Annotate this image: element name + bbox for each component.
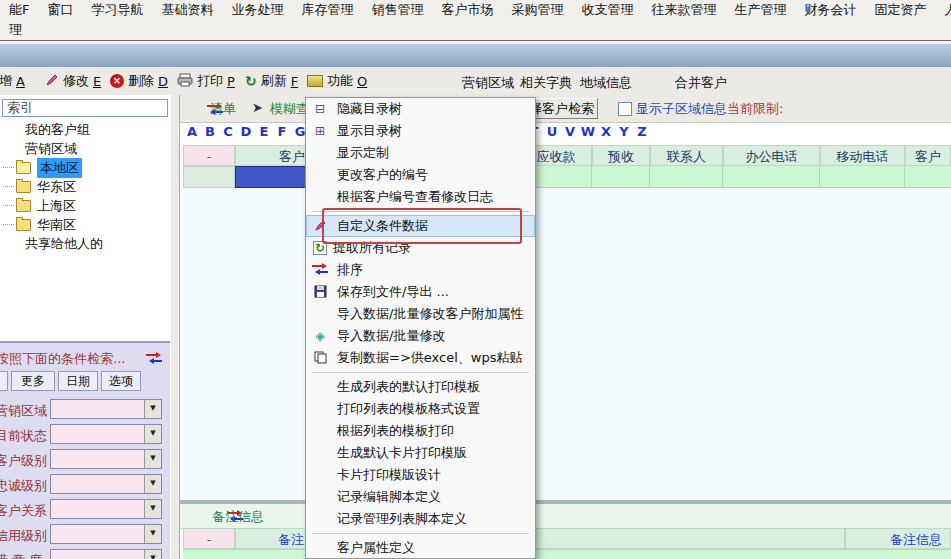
menubar-item[interactable]: 固定资产 bbox=[865, 0, 935, 20]
alphabet-letter[interactable]: X bbox=[597, 124, 615, 139]
menu-item-view-change-log[interactable]: 根据客户编号查看修改日志 bbox=[306, 186, 535, 208]
function-button[interactable]: 功能O bbox=[307, 70, 367, 92]
filter-combobox[interactable] bbox=[50, 524, 162, 544]
refresh-button[interactable]: ↻ 刷新F bbox=[245, 70, 298, 92]
delete-shortcut: D bbox=[158, 74, 168, 89]
alphabet-letter[interactable]: V bbox=[561, 124, 579, 139]
menu-item-hide-tree[interactable]: ⊟隐藏目录树 bbox=[306, 98, 535, 120]
alphabet-letter[interactable]: E bbox=[255, 124, 273, 139]
show-subregion-checkbox[interactable] bbox=[618, 102, 632, 116]
menu-item-print-by-template[interactable]: 根据列表的模板打印 bbox=[306, 420, 535, 442]
list-view-label[interactable]: 清单 bbox=[210, 100, 236, 118]
swap-arrows-icon[interactable] bbox=[146, 352, 162, 364]
menubar-item[interactable]: 基础资料 bbox=[152, 0, 222, 20]
notes-section-title: 备注信息 bbox=[212, 508, 264, 526]
alphabet-letter[interactable]: W bbox=[579, 124, 597, 139]
notes-data-row[interactable] bbox=[183, 549, 951, 559]
menubar-item[interactable]: 采购管理 bbox=[502, 0, 572, 20]
filter-combobox[interactable] bbox=[50, 474, 162, 494]
menu-item-card-template-design[interactable]: 卡片打印模版设计 bbox=[306, 464, 535, 486]
alphabet-letter[interactable]: D bbox=[237, 124, 255, 139]
grid-cell[interactable] bbox=[905, 166, 951, 188]
notes-header-minus[interactable]: - bbox=[183, 528, 235, 549]
tab-more[interactable]: 更多 bbox=[11, 371, 55, 391]
notes-header-info[interactable]: 备注信息 bbox=[845, 528, 951, 549]
alphabet-letter[interactable]: Z bbox=[633, 124, 651, 139]
filter-combobox[interactable] bbox=[50, 399, 162, 419]
grid-cell-rowmark[interactable] bbox=[183, 166, 235, 188]
tree-item-shared[interactable]: 共享给他人的 bbox=[0, 234, 170, 253]
menu-item-display-custom[interactable]: 显示定制 bbox=[306, 142, 535, 164]
toolbar-link-marketing-region[interactable]: 营销区域 bbox=[462, 74, 514, 92]
tree-item-shanghai-region[interactable]: 上海区 bbox=[0, 196, 170, 215]
menubar-item[interactable]: 能F bbox=[0, 0, 38, 20]
tab-partial[interactable] bbox=[0, 371, 8, 391]
menu-item-record-list-script[interactable]: 记录管理列表脚本定义 bbox=[306, 508, 535, 530]
filter-row: 目前状态 bbox=[0, 423, 170, 448]
add-button[interactable]: 新增A bbox=[0, 70, 25, 92]
menubar-item[interactable]: 学习导航 bbox=[82, 0, 152, 20]
filter-combobox[interactable] bbox=[50, 449, 162, 469]
grid-cell[interactable] bbox=[820, 166, 905, 188]
menubar-item[interactable]: 往来款管理 bbox=[642, 0, 725, 20]
tree-item-south-region[interactable]: 华南区 bbox=[0, 215, 170, 234]
tab-options[interactable]: 选项 bbox=[101, 371, 141, 391]
menubar-item[interactable]: 收支管理 bbox=[572, 0, 642, 20]
toolbar-link-merge-customer[interactable]: 合并客户 bbox=[675, 74, 727, 92]
menubar-item[interactable]: 销售管理 bbox=[362, 0, 432, 20]
tree-item-east-region[interactable]: 华东区 bbox=[0, 177, 170, 196]
menubar-item[interactable]: 客户市场 bbox=[432, 0, 502, 20]
menubar-item[interactable]: 人事资料 bbox=[935, 0, 951, 20]
grid-header-customer[interactable]: 客户 bbox=[905, 145, 951, 166]
toolbar-link-dictionary[interactable]: 相关字典 bbox=[520, 74, 572, 92]
menubar-item[interactable]: 理 bbox=[0, 20, 31, 40]
index-header[interactable]: 索引 bbox=[2, 99, 168, 117]
delete-button[interactable]: × 删除D bbox=[110, 70, 168, 92]
grid-cell[interactable] bbox=[650, 166, 723, 188]
filter-combobox[interactable] bbox=[50, 499, 162, 519]
filter-combobox[interactable] bbox=[50, 549, 162, 559]
menubar-item[interactable]: 业务处理 bbox=[222, 0, 292, 20]
menubar-item[interactable]: 财务会计 bbox=[795, 0, 865, 20]
grid-header-contact[interactable]: 联系人 bbox=[650, 145, 723, 166]
menu-item-change-customer-no[interactable]: 更改客户的编号 bbox=[306, 164, 535, 186]
menu-item-gen-default-print-template[interactable]: 生成列表的默认打印模板 bbox=[306, 376, 535, 398]
grid-header-prepaid[interactable]: 预收 bbox=[592, 145, 650, 166]
toolbar-link-region-info[interactable]: 地域信息 bbox=[580, 74, 632, 92]
menubar-item[interactable]: 窗口 bbox=[38, 0, 82, 20]
grid-header-office-phone[interactable]: 办公电话 bbox=[723, 145, 820, 166]
grid-empty-area[interactable] bbox=[180, 188, 951, 500]
grid-header-minus[interactable]: - bbox=[183, 145, 235, 166]
menu-item-customer-attr-define[interactable]: 客户属性定义 bbox=[306, 537, 535, 559]
menu-item-show-tree[interactable]: ⊞显示目录树 bbox=[306, 120, 535, 142]
grid-header-mobile-phone[interactable]: 移动电话 bbox=[820, 145, 905, 166]
menu-item-copy-data[interactable]: 复制数据=>供excel、wps粘贴 bbox=[306, 347, 535, 369]
panel-splitter[interactable] bbox=[170, 95, 180, 559]
menu-item-import-batch-edit[interactable]: ◈导入数据/批量修改 bbox=[306, 325, 535, 347]
copy-icon bbox=[309, 351, 331, 366]
menubar-item[interactable]: 生产管理 bbox=[725, 0, 795, 20]
alphabet-letter[interactable]: A bbox=[183, 124, 201, 139]
menu-item-gen-card-print-template[interactable]: 生成默认卡片打印模版 bbox=[306, 442, 535, 464]
edit-button[interactable]: 修改E bbox=[45, 70, 101, 92]
tree-item-my-groups[interactable]: 我的客户组 bbox=[0, 120, 170, 139]
tree-item-marketing-region[interactable]: 营销区域 bbox=[0, 139, 170, 158]
grid-cell[interactable] bbox=[723, 166, 820, 188]
show-subregion-label[interactable]: 显示子区域信息 bbox=[636, 100, 727, 118]
menu-item-print-template-format[interactable]: 打印列表的模板格式设置 bbox=[306, 398, 535, 420]
menu-item-import-batch-attrs[interactable]: 导入数据/批量修改客户附加属性 bbox=[306, 303, 535, 325]
menubar-item[interactable]: 库存管理 bbox=[292, 0, 362, 20]
alphabet-letter[interactable]: C bbox=[219, 124, 237, 139]
menu-item-save-export[interactable]: 保存到文件/导出 ... bbox=[306, 281, 535, 303]
print-button[interactable]: 打印P bbox=[177, 70, 235, 92]
alphabet-letter[interactable]: Y bbox=[615, 124, 633, 139]
alphabet-letter[interactable]: B bbox=[201, 124, 219, 139]
tab-date[interactable]: 日期 bbox=[58, 371, 98, 391]
menu-item-record-edit-script[interactable]: 记录编辑脚本定义 bbox=[306, 486, 535, 508]
grid-cell[interactable] bbox=[592, 166, 650, 188]
alphabet-letter[interactable]: U bbox=[543, 124, 561, 139]
menu-item-sort[interactable]: 排序 bbox=[306, 259, 535, 281]
tree-item-local-region[interactable]: 本地区 bbox=[0, 158, 170, 177]
alphabet-letter[interactable]: F bbox=[273, 124, 291, 139]
filter-combobox[interactable] bbox=[50, 424, 162, 444]
